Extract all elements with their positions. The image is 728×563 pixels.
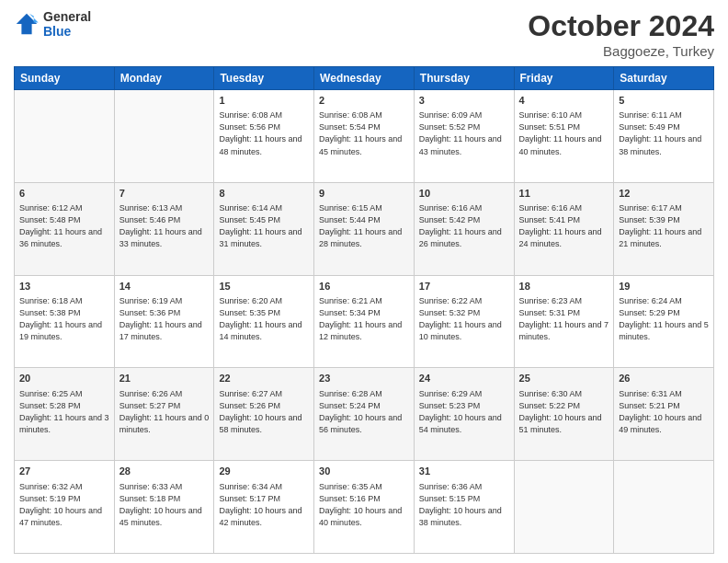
day-number: 2 — [319, 94, 409, 108]
day-number: 12 — [619, 187, 709, 201]
day-number: 7 — [119, 187, 210, 201]
day-number: 23 — [319, 372, 409, 385]
cell-content: Sunrise: 6:10 AM Sunset: 5:51 PM Dayligh… — [519, 109, 609, 157]
day-number: 26 — [619, 372, 709, 385]
day-number: 13 — [19, 280, 109, 293]
calendar-cell: 7Sunrise: 6:13 AM Sunset: 5:46 PM Daylig… — [114, 182, 214, 275]
page: General Blue October 2024 Baggoeze, Turk… — [0, 0, 728, 563]
calendar-cell: 3Sunrise: 6:09 AM Sunset: 5:52 PM Daylig… — [414, 90, 514, 183]
calendar-cell: 2Sunrise: 6:08 AM Sunset: 5:54 PM Daylig… — [314, 90, 415, 183]
calendar-cell: 8Sunrise: 6:14 AM Sunset: 5:45 PM Daylig… — [214, 182, 314, 275]
cell-content: Sunrise: 6:17 AM Sunset: 5:39 PM Dayligh… — [619, 202, 709, 250]
calendar-cell: 28Sunrise: 6:33 AM Sunset: 5:18 PM Dayli… — [114, 461, 214, 554]
calendar-cell: 10Sunrise: 6:16 AM Sunset: 5:42 PM Dayli… — [414, 182, 514, 275]
cell-content: Sunrise: 6:24 AM Sunset: 5:29 PM Dayligh… — [619, 295, 709, 343]
cell-content: Sunrise: 6:30 AM Sunset: 5:22 PM Dayligh… — [519, 388, 609, 436]
logo-icon — [14, 11, 40, 37]
calendar-cell: 22Sunrise: 6:27 AM Sunset: 5:26 PM Dayli… — [214, 368, 314, 461]
day-number: 25 — [519, 372, 609, 385]
calendar-cell: 27Sunrise: 6:32 AM Sunset: 5:19 PM Dayli… — [15, 461, 115, 554]
calendar-cell: 26Sunrise: 6:31 AM Sunset: 5:21 PM Dayli… — [614, 368, 714, 461]
cell-content: Sunrise: 6:22 AM Sunset: 5:32 PM Dayligh… — [419, 295, 509, 343]
title-block: October 2024 Baggoeze, Turkey — [528, 9, 714, 59]
cell-content: Sunrise: 6:19 AM Sunset: 5:36 PM Dayligh… — [119, 295, 210, 343]
cell-content: Sunrise: 6:35 AM Sunset: 5:16 PM Dayligh… — [319, 481, 409, 529]
day-header-sunday: Sunday — [15, 67, 115, 90]
calendar-cell: 21Sunrise: 6:26 AM Sunset: 5:27 PM Dayli… — [114, 368, 214, 461]
calendar-cell: 5Sunrise: 6:11 AM Sunset: 5:49 PM Daylig… — [614, 90, 714, 183]
cell-content: Sunrise: 6:21 AM Sunset: 5:34 PM Dayligh… — [319, 295, 409, 343]
day-number: 5 — [619, 94, 709, 108]
calendar-cell: 24Sunrise: 6:29 AM Sunset: 5:23 PM Dayli… — [414, 368, 514, 461]
calendar-cell: 9Sunrise: 6:15 AM Sunset: 5:44 PM Daylig… — [314, 182, 415, 275]
calendar-week-3: 13Sunrise: 6:18 AM Sunset: 5:38 PM Dayli… — [15, 275, 714, 368]
cell-content: Sunrise: 6:34 AM Sunset: 5:17 PM Dayligh… — [219, 481, 309, 529]
day-number: 31 — [419, 465, 509, 478]
day-number: 1 — [219, 94, 309, 108]
calendar-cell: 11Sunrise: 6:16 AM Sunset: 5:41 PM Dayli… — [514, 182, 614, 275]
calendar-week-2: 6Sunrise: 6:12 AM Sunset: 5:48 PM Daylig… — [15, 182, 714, 275]
day-number: 28 — [119, 465, 210, 478]
day-number: 27 — [19, 465, 109, 478]
day-header-wednesday: Wednesday — [314, 67, 415, 90]
cell-content: Sunrise: 6:32 AM Sunset: 5:19 PM Dayligh… — [19, 481, 109, 529]
cell-content: Sunrise: 6:16 AM Sunset: 5:42 PM Dayligh… — [419, 202, 509, 250]
cell-content: Sunrise: 6:15 AM Sunset: 5:44 PM Dayligh… — [319, 202, 409, 250]
svg-marker-0 — [17, 14, 37, 34]
cell-content: Sunrise: 6:18 AM Sunset: 5:38 PM Dayligh… — [19, 295, 109, 343]
calendar-cell — [614, 461, 714, 554]
cell-content: Sunrise: 6:09 AM Sunset: 5:52 PM Dayligh… — [419, 109, 509, 157]
cell-content: Sunrise: 6:26 AM Sunset: 5:27 PM Dayligh… — [119, 388, 210, 436]
calendar-cell: 25Sunrise: 6:30 AM Sunset: 5:22 PM Dayli… — [514, 368, 614, 461]
cell-content: Sunrise: 6:31 AM Sunset: 5:21 PM Dayligh… — [619, 388, 709, 436]
cell-content: Sunrise: 6:33 AM Sunset: 5:18 PM Dayligh… — [119, 481, 210, 529]
day-number: 9 — [319, 187, 409, 201]
day-header-monday: Monday — [114, 67, 214, 90]
cell-content: Sunrise: 6:27 AM Sunset: 5:26 PM Dayligh… — [219, 388, 309, 436]
day-number: 14 — [119, 280, 210, 293]
day-header-tuesday: Tuesday — [214, 67, 314, 90]
calendar-header-row: SundayMondayTuesdayWednesdayThursdayFrid… — [15, 67, 714, 90]
cell-content: Sunrise: 6:20 AM Sunset: 5:35 PM Dayligh… — [219, 295, 309, 343]
day-number: 22 — [219, 372, 309, 385]
calendar-cell — [114, 90, 214, 183]
cell-content: Sunrise: 6:13 AM Sunset: 5:46 PM Dayligh… — [119, 202, 210, 250]
calendar-cell: 31Sunrise: 6:36 AM Sunset: 5:15 PM Dayli… — [414, 461, 514, 554]
calendar-cell: 16Sunrise: 6:21 AM Sunset: 5:34 PM Dayli… — [314, 275, 415, 368]
calendar-week-1: 1Sunrise: 6:08 AM Sunset: 5:56 PM Daylig… — [15, 90, 714, 183]
calendar-cell: 20Sunrise: 6:25 AM Sunset: 5:28 PM Dayli… — [15, 368, 115, 461]
cell-content: Sunrise: 6:16 AM Sunset: 5:41 PM Dayligh… — [519, 202, 609, 250]
logo: General Blue — [14, 9, 91, 39]
calendar-cell: 4Sunrise: 6:10 AM Sunset: 5:51 PM Daylig… — [514, 90, 614, 183]
cell-content: Sunrise: 6:14 AM Sunset: 5:45 PM Dayligh… — [219, 202, 309, 250]
calendar-cell: 12Sunrise: 6:17 AM Sunset: 5:39 PM Dayli… — [614, 182, 714, 275]
day-number: 21 — [119, 372, 210, 385]
cell-content: Sunrise: 6:28 AM Sunset: 5:24 PM Dayligh… — [319, 388, 409, 436]
calendar-week-4: 20Sunrise: 6:25 AM Sunset: 5:28 PM Dayli… — [15, 368, 714, 461]
calendar-table: SundayMondayTuesdayWednesdayThursdayFrid… — [14, 66, 714, 554]
calendar-cell: 19Sunrise: 6:24 AM Sunset: 5:29 PM Dayli… — [614, 275, 714, 368]
day-number: 16 — [319, 280, 409, 293]
day-number: 20 — [19, 372, 109, 385]
day-number: 29 — [219, 465, 309, 478]
calendar-cell: 14Sunrise: 6:19 AM Sunset: 5:36 PM Dayli… — [114, 275, 214, 368]
logo-text: General Blue — [43, 9, 91, 39]
day-number: 3 — [419, 94, 509, 108]
calendar-cell: 13Sunrise: 6:18 AM Sunset: 5:38 PM Dayli… — [15, 275, 115, 368]
main-title: October 2024 — [528, 9, 714, 43]
cell-content: Sunrise: 6:29 AM Sunset: 5:23 PM Dayligh… — [419, 388, 509, 436]
subtitle: Baggoeze, Turkey — [528, 43, 714, 59]
calendar-cell: 17Sunrise: 6:22 AM Sunset: 5:32 PM Dayli… — [414, 275, 514, 368]
calendar-cell — [514, 461, 614, 554]
day-number: 4 — [519, 94, 609, 108]
day-header-saturday: Saturday — [614, 67, 714, 90]
calendar-week-5: 27Sunrise: 6:32 AM Sunset: 5:19 PM Dayli… — [15, 461, 714, 554]
cell-content: Sunrise: 6:25 AM Sunset: 5:28 PM Dayligh… — [19, 388, 109, 436]
calendar-cell: 15Sunrise: 6:20 AM Sunset: 5:35 PM Dayli… — [214, 275, 314, 368]
cell-content: Sunrise: 6:12 AM Sunset: 5:48 PM Dayligh… — [19, 202, 109, 250]
calendar-cell: 29Sunrise: 6:34 AM Sunset: 5:17 PM Dayli… — [214, 461, 314, 554]
day-number: 30 — [319, 465, 409, 478]
day-header-thursday: Thursday — [414, 67, 514, 90]
day-number: 19 — [619, 280, 709, 293]
calendar-cell: 30Sunrise: 6:35 AM Sunset: 5:16 PM Dayli… — [314, 461, 415, 554]
